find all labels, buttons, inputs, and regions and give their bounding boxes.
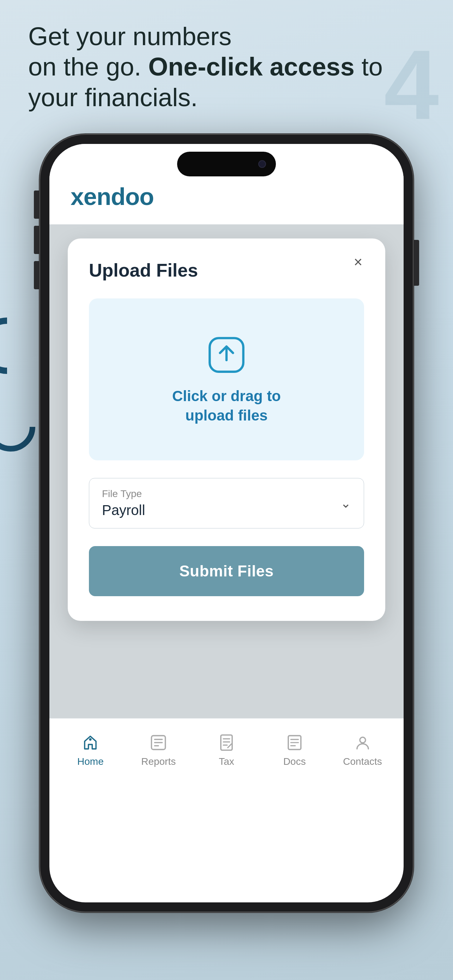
modal-title: Upload Files: [89, 259, 364, 281]
deco-arc-left: [0, 318, 35, 374]
file-type-select[interactable]: File Type Payroll ⌄: [89, 478, 364, 528]
dropzone-text: Click or drag to upload files: [172, 387, 281, 425]
svg-point-16: [360, 737, 366, 743]
sidebar-item-docs[interactable]: Docs: [270, 733, 319, 767]
home-icon: [80, 733, 100, 752]
svg-rect-7: [221, 735, 232, 750]
app-logo: xendoo: [71, 183, 382, 210]
sidebar-item-tax[interactable]: Tax: [202, 733, 251, 767]
file-type-value: Payroll: [102, 502, 145, 518]
contacts-nav-label: Contacts: [343, 756, 382, 767]
upload-modal: × Upload Files Click: [68, 239, 385, 621]
svg-point-2: [90, 738, 91, 740]
upload-dropzone[interactable]: Click or drag to upload files: [89, 298, 364, 460]
svg-line-11: [228, 744, 232, 748]
phone-mockup: xendoo × Upload Files: [40, 134, 413, 912]
phone-screen: xendoo × Upload Files: [49, 144, 404, 902]
home-nav-label: Home: [77, 756, 104, 767]
reports-nav-label: Reports: [141, 756, 176, 767]
tax-icon: [217, 733, 236, 752]
modal-background: × Upload Files Click: [49, 224, 404, 718]
contacts-icon: [353, 733, 373, 752]
submit-files-button[interactable]: Submit Files: [89, 546, 364, 596]
reports-icon: [149, 733, 168, 752]
sidebar-item-reports[interactable]: Reports: [134, 733, 183, 767]
bottom-nav: Home Reports: [49, 718, 404, 788]
upload-icon: [205, 334, 248, 376]
docs-icon: [285, 733, 304, 752]
file-type-label: File Type: [102, 488, 351, 500]
hero-section: Get your numbers on the go. One-click ac…: [28, 21, 425, 113]
sidebar-item-home[interactable]: Home: [66, 733, 115, 767]
hero-line1: Get your numbers on the go. One-click ac…: [28, 21, 425, 113]
sidebar-item-contacts[interactable]: Contacts: [338, 733, 387, 767]
modal-close-button[interactable]: ×: [348, 253, 368, 272]
docs-nav-label: Docs: [283, 756, 306, 767]
camera-dot: [258, 160, 266, 168]
chevron-down-icon: ⌄: [340, 496, 351, 511]
dynamic-island: [177, 152, 276, 177]
tax-nav-label: Tax: [219, 756, 234, 767]
phone-frame: xendoo × Upload Files: [40, 134, 413, 912]
deco-arc-bottom: [0, 402, 35, 452]
